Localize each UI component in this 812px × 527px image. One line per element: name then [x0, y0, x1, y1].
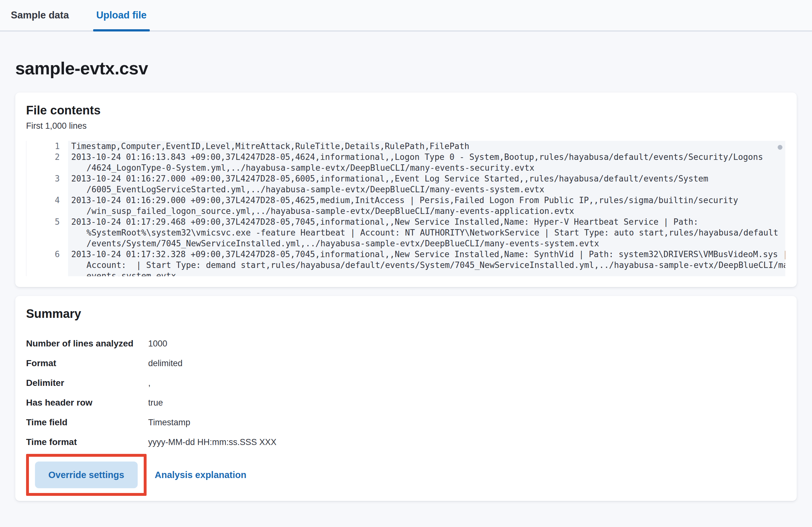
code-text: %SystemRoot%\system32\vmicsvc.exe -featu… [71, 227, 785, 238]
line-number: 4 [26, 195, 68, 217]
code-text: 2013-10-24 01:17:29.468 +09:00,37L4247D2… [71, 217, 785, 227]
code-text: /events/System/7045_NewServiceInstalled.… [71, 238, 785, 249]
main-content: sample-evtx.csv File contents First 1,00… [0, 58, 812, 501]
analysis-explanation-link[interactable]: Analysis explanation [155, 470, 247, 480]
line-number: 5 [26, 217, 68, 249]
line-number: 3 [26, 173, 68, 195]
override-settings-button[interactable]: Override settings [35, 462, 138, 488]
code-line: Timestamp,Computer,EventID,Level,MitreAt… [68, 141, 785, 151]
tab-upload-file[interactable]: Upload file [93, 10, 150, 30]
summary-label: Has header row [26, 395, 148, 411]
code-text: /4624_LogonType-0-System.yml,../hayabusa… [71, 162, 785, 173]
upload-file-page: { "tabs": [ { "label": "Sample data", "s… [0, 0, 812, 527]
code-text: /win_susp_failed_logon_source.yml,../hay… [71, 206, 785, 217]
summary-label: Time format [26, 434, 148, 450]
code-grid: 1 Timestamp,Computer,EventID,Level,Mitre… [26, 141, 785, 276]
summary-value: delimited [148, 355, 183, 371]
code-text: /6005_EventLogServiceStarted.yml,../haya… [71, 184, 785, 195]
summary-row-has-header: Has header row true [26, 395, 785, 411]
summary-label: Delimiter [26, 375, 148, 391]
line-number: 6 [26, 249, 68, 276]
line-number: 2 [26, 151, 68, 173]
tab-sample-data[interactable]: Sample data [8, 10, 72, 30]
code-text: Account: | Start Type: demand start,rule… [71, 260, 785, 270]
code-text: 2013-10-24 01:16:13.843 +09:00,37L4247D2… [71, 151, 785, 162]
code-line: 2013-10-24 01:17:29.468 +09:00,37L4247D2… [68, 217, 785, 249]
code-line: 2013-10-24 01:17:32.328 +09:00,37L4247D2… [68, 249, 785, 276]
summary-value: 1000 [148, 336, 167, 352]
scrollbar-thumb[interactable] [778, 145, 782, 150]
summary-actions: Override settings Analysis explanation [26, 454, 785, 496]
code-text: 2013-10-24 01:17:32.328 +09:00,37L4247D2… [71, 249, 785, 260]
summary-row-time-field: Time field Timestamp [26, 414, 785, 430]
code-text: 2013-10-24 01:16:27.000 +09:00,37L4247D2… [71, 173, 785, 184]
summary-row-time-format: Time format yyyy-MM-dd HH:mm:ss.SSS XXX [26, 434, 785, 450]
summary-value: true [148, 395, 163, 411]
code-text: 2013-10-24 01:16:29.000 +09:00,37L4247D2… [71, 195, 785, 206]
summary-label: Time field [26, 414, 148, 430]
file-contents-heading: File contents [26, 103, 785, 118]
summary-label: Format [26, 355, 148, 371]
file-preview-code-block[interactable]: 1 Timestamp,Computer,EventID,Level,Mitre… [26, 141, 785, 276]
code-line: 2013-10-24 01:16:29.000 +09:00,37L4247D2… [68, 195, 785, 217]
annotation-highlight-box: Override settings [26, 454, 147, 496]
code-line: 2013-10-24 01:16:13.843 +09:00,37L4247D2… [68, 151, 785, 173]
summary-row-delimiter: Delimiter , [26, 375, 785, 391]
summary-value: Timestamp [148, 414, 190, 430]
page-title: sample-evtx.csv [15, 58, 797, 78]
file-contents-subtitle: First 1,000 lines [26, 120, 785, 131]
summary-value: , [148, 375, 151, 391]
code-text: events-system.evtx [71, 270, 785, 276]
summary-row-format: Format delimited [26, 355, 785, 371]
summary-label: Number of lines analyzed [26, 336, 148, 352]
summary-value: yyyy-MM-dd HH:mm:ss.SSS XXX [148, 434, 277, 450]
summary-heading: Summary [26, 307, 785, 321]
code-line: 2013-10-24 01:16:27.000 +09:00,37L4247D2… [68, 173, 785, 195]
summary-row-lines-analyzed: Number of lines analyzed 1000 [26, 336, 785, 352]
line-number: 1 [26, 141, 68, 151]
file-contents-panel: File contents First 1,000 lines 1 Timest… [15, 92, 797, 287]
summary-panel: Summary Number of lines analyzed 1000 Fo… [15, 296, 797, 501]
code-text: Timestamp,Computer,EventID,Level,MitreAt… [71, 141, 785, 151]
tab-bar: Sample data Upload file [0, 0, 812, 31]
